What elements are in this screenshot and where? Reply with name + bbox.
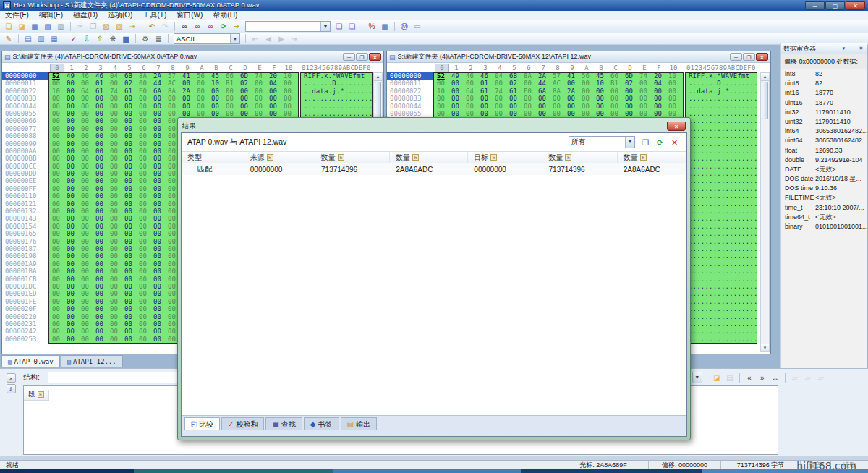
results-column-header[interactable]: 数量h — [315, 152, 390, 163]
byte-cell[interactable]: 00 — [93, 117, 108, 124]
byte-cell[interactable]: 00 — [151, 200, 166, 208]
byte-cell[interactable]: 2A — [536, 72, 550, 80]
byte-cell[interactable]: 00 — [180, 103, 195, 110]
menu-item[interactable]: 编辑(E) — [34, 10, 68, 20]
byte-cell[interactable]: B1 — [224, 80, 238, 87]
byte-cell[interactable]: 64 — [464, 88, 478, 95]
clipboard-import-icon[interactable]: ▥ — [35, 33, 47, 44]
byte-cell[interactable]: 00 — [137, 103, 151, 110]
clipboard-export-icon[interactable]: ▦ — [48, 33, 60, 44]
hex-row[interactable]: 0000000052494646046B8A2A57415645666D7420… — [387, 72, 760, 80]
paste-icon[interactable]: ▧ — [101, 21, 112, 32]
byte-cell[interactable]: 00 — [522, 80, 536, 87]
chevron-down-icon[interactable]: ▼ — [230, 34, 239, 43]
byte-cell[interactable]: 00 — [50, 320, 64, 328]
byte-cell[interactable]: 00 — [151, 192, 166, 200]
byte-cell[interactable]: 61 — [93, 88, 108, 95]
byte-cell[interactable]: 00 — [64, 313, 79, 320]
ascii-cell[interactable]: ................. — [686, 163, 757, 170]
minimize-icon[interactable]: ─ — [848, 45, 856, 52]
byte-cell[interactable]: 00 — [50, 132, 64, 140]
byte-cell[interactable]: 00 — [122, 200, 137, 208]
byte-cell[interactable]: 00 — [64, 110, 79, 117]
byte-cell[interactable]: 00 — [209, 110, 224, 117]
ascii-cell[interactable]: ................. — [686, 140, 757, 148]
byte-cell[interactable]: 74 — [637, 72, 652, 80]
hex-row[interactable]: 0000004400000000000000000000000000000000… — [2, 103, 373, 110]
byte-cell[interactable]: 00 — [79, 290, 93, 297]
byte-cell[interactable]: 00 — [64, 208, 79, 215]
byte-cell[interactable]: 00 — [79, 328, 93, 335]
byte-cell[interactable]: 00 — [151, 260, 166, 268]
hex-row[interactable]: 00000022100064617461E06A8A2A000000000000… — [2, 88, 373, 95]
byte-cell[interactable]: 00 — [50, 125, 64, 132]
first-difference-icon[interactable]: ⇤ — [250, 33, 261, 44]
byte-cell[interactable]: 00 — [550, 95, 565, 102]
byte-cell[interactable]: 00 — [180, 110, 195, 117]
byte-cell[interactable]: 00 — [122, 276, 137, 283]
byte-cell[interactable]: 00 — [64, 177, 79, 184]
byte-cell[interactable]: 00 — [493, 80, 507, 87]
byte-cell[interactable]: 6D — [623, 72, 637, 80]
byte-cell[interactable]: 00 — [594, 103, 608, 110]
byte-cell[interactable]: 00 — [122, 117, 137, 124]
hex-row[interactable]: 000000110000000100020044AC000010B1020004… — [387, 80, 760, 87]
byte-cell[interactable]: 00 — [137, 252, 151, 260]
hex-row[interactable]: 000000110000000100020044AC000010B1020004… — [2, 80, 373, 87]
byte-cell[interactable]: 00 — [93, 223, 108, 230]
byte-cell[interactable]: 61 — [122, 88, 137, 95]
byte-cell[interactable]: 00 — [522, 103, 536, 110]
byte-cell[interactable]: 00 — [93, 260, 108, 268]
byte-cell[interactable]: 00 — [151, 276, 166, 283]
byte-cell[interactable]: AC — [550, 80, 565, 87]
ascii-cell[interactable]: ................. — [686, 223, 757, 230]
byte-cell[interactable]: 00 — [122, 223, 137, 230]
byte-cell[interactable]: 00 — [79, 336, 93, 343]
byte-cell[interactable]: 00 — [93, 95, 108, 102]
find-next-doc-icon[interactable]: ❏ — [333, 21, 345, 32]
byte-cell[interactable]: 00 — [64, 223, 79, 230]
byte-cell[interactable]: E0 — [522, 88, 536, 95]
byte-cell[interactable]: 00 — [137, 110, 151, 117]
resize-icon[interactable]: ↔ — [770, 372, 781, 383]
close-icon[interactable]: ✕ — [369, 53, 381, 61]
byte-cell[interactable]: 00 — [79, 110, 93, 117]
byte-cell[interactable]: 00 — [637, 80, 652, 87]
ascii-cell[interactable]: ................. — [686, 192, 757, 200]
byte-cell[interactable]: 00 — [464, 110, 478, 117]
byte-cell[interactable]: 00 — [79, 283, 93, 290]
ascii-cell[interactable]: ................. — [686, 305, 757, 312]
byte-cell[interactable]: 00 — [137, 132, 151, 140]
ascii-cell[interactable]: ................. — [686, 328, 757, 335]
byte-cell[interactable]: 00 — [224, 110, 238, 117]
byte-cell[interactable]: 00 — [464, 103, 478, 110]
byte-cell[interactable]: 8A — [166, 88, 180, 95]
byte-cell[interactable]: 00 — [195, 88, 209, 95]
byte-cell[interactable]: 00 — [108, 320, 122, 328]
byte-cell[interactable]: 00 — [652, 103, 666, 110]
menu-item[interactable]: 文件(F) — [0, 10, 34, 20]
byte-cell[interactable]: 00 — [608, 103, 623, 110]
byte-cell[interactable]: 00 — [151, 155, 166, 162]
byte-cell[interactable]: 00 — [137, 298, 151, 305]
byte-cell[interactable]: 00 — [594, 110, 608, 117]
byte-cell[interactable]: 00 — [79, 177, 93, 184]
byte-cell[interactable]: 66 — [608, 72, 623, 80]
byte-cell[interactable]: 00 — [50, 155, 64, 162]
byte-cell[interactable]: 00 — [137, 140, 151, 148]
byte-cell[interactable]: 00 — [652, 88, 666, 95]
options-gear-icon[interactable]: ⚙ — [140, 33, 151, 44]
byte-cell[interactable]: 00 — [666, 95, 681, 102]
byte-cell[interactable]: 00 — [151, 320, 166, 328]
byte-cell[interactable]: 00 — [122, 283, 137, 290]
byte-cell[interactable]: 00 — [108, 125, 122, 132]
byte-cell[interactable]: 00 — [50, 192, 64, 200]
last-difference-icon[interactable]: ⇥ — [289, 33, 300, 44]
prev-difference-icon[interactable]: ◀ — [263, 33, 274, 44]
byte-cell[interactable]: 00 — [666, 110, 681, 117]
pin-panel-icon[interactable]: ⇕ — [7, 384, 16, 393]
save-icon[interactable]: ▦ — [29, 21, 41, 32]
byte-cell[interactable]: 00 — [79, 260, 93, 268]
results-tab-5[interactable]: ▤输出 — [341, 417, 377, 430]
byte-cell[interactable]: 00 — [151, 238, 166, 245]
